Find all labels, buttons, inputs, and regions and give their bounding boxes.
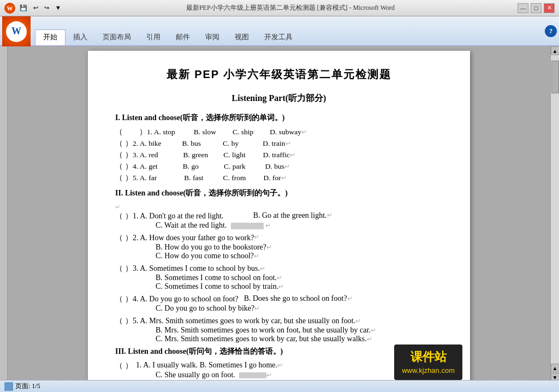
table-row: （）4. A. get B. go C. park D. bus ↵ bbox=[115, 162, 443, 171]
page-icon bbox=[4, 382, 13, 391]
office-logo[interactable]: W bbox=[2, 16, 31, 46]
section2-heading: II. Listen and choose(听音，选择你所听到的句子。) bbox=[115, 188, 443, 198]
scroll-thumb[interactable] bbox=[551, 61, 559, 93]
watermark-top: 课件站 bbox=[402, 349, 455, 366]
help-button[interactable]: ? bbox=[545, 25, 557, 37]
quick-save[interactable]: 💾 bbox=[17, 4, 29, 11]
tab-insert[interactable]: 插入 bbox=[66, 29, 95, 45]
sentence-row: B. Mrs. Smith sometimes goes to work on … bbox=[115, 326, 443, 335]
app-logo: W bbox=[4, 3, 15, 14]
tab-home[interactable]: 开始 bbox=[35, 29, 66, 45]
sentence-row: C. She usually go on foot. ↵ bbox=[115, 371, 443, 379]
tab-review[interactable]: 审阅 bbox=[198, 29, 227, 45]
scroll-page-up[interactable]: ▲ bbox=[551, 364, 560, 372]
document-page: 最新 PEP 小学六年级英语第二单元检测题 Listening Part(听力部… bbox=[88, 51, 470, 388]
sentence-row: C. Do you go to school by bike?↵ bbox=[115, 304, 443, 313]
page-indicator: 页面: 1/5 bbox=[4, 382, 40, 391]
table-row: （）5. A. far B. fast C. from D. for ↵ bbox=[115, 173, 443, 183]
sentence-row: C. Mrs. Smith sometimes goes to work by … bbox=[115, 335, 443, 343]
page-number: 页面: 1/5 bbox=[15, 382, 40, 391]
document-container[interactable]: 最新 PEP 小学六年级英语第二单元检测题 Listening Part(听力部… bbox=[8, 46, 550, 392]
section1-heading: I. Listen and choose(听音，选择你所听到的单词。) bbox=[115, 113, 443, 123]
close-button[interactable]: ✕ bbox=[544, 3, 555, 13]
sentence-row: B. Sometimes I come to school on foot.↵ bbox=[115, 274, 443, 282]
tab-mail[interactable]: 邮件 bbox=[168, 29, 198, 45]
table-row: （ ）3. A. Sometimes I come to school by b… bbox=[115, 264, 443, 274]
table-row: （）3. A. red B. green C. light D. traffic… bbox=[115, 150, 443, 160]
table-row: （ ） 1. A. I usually walk. B. Sometimes I… bbox=[115, 361, 443, 371]
table-row: （ ）2. A. How does your father go to work… bbox=[115, 233, 443, 243]
sentence-row: C. Sometimes I come to school by train.↵ bbox=[115, 282, 443, 291]
quick-dropdown[interactable]: ▼ bbox=[53, 4, 63, 11]
sentence-row: B. How do you go to the bookstore?↵ bbox=[115, 243, 443, 252]
section3-heading: III. Listen and choose(听问句，选择恰当的答语。) bbox=[115, 347, 443, 357]
quick-access[interactable]: 💾 ↩ ↪ ▼ bbox=[17, 4, 63, 11]
quick-redo[interactable]: ↪ bbox=[42, 4, 51, 11]
main-area: 最新 PEP 小学六年级英语第二单元检测题 Listening Part(听力部… bbox=[0, 46, 559, 392]
scrollbar-vertical[interactable]: ▲ ▲ ▼ ▼ bbox=[550, 46, 559, 392]
document-subtitle: Listening Part(听力部分) bbox=[115, 93, 443, 104]
title-bar-left: W 💾 ↩ ↪ ▼ bbox=[4, 3, 63, 14]
title-bar: W 💾 ↩ ↪ ▼ 最新PEP小学六年级上册英语第二单元检测题 [兼容模式] -… bbox=[0, 0, 559, 16]
scroll-track[interactable] bbox=[551, 55, 559, 364]
table-row: （ ）1. A. Don't go at the red light. B. G… bbox=[115, 211, 443, 221]
sentence-row: C. Wait at the red light. ↵ bbox=[115, 221, 443, 230]
window-controls[interactable]: — □ ✕ bbox=[518, 3, 555, 13]
tab-references[interactable]: 引用 bbox=[139, 29, 168, 45]
status-bar: 页面: 1/5 bbox=[0, 380, 559, 392]
minimize-button[interactable]: — bbox=[518, 3, 528, 13]
table-row: （ ）5. A. Mrs. Smith sometimes goes to wo… bbox=[115, 316, 443, 326]
ribbon-end: ? bbox=[545, 16, 557, 45]
ribbon: W 开始 插入 页面布局 引用 邮件 审阅 视图 开发工具 ? bbox=[0, 16, 559, 46]
watermark-url: www.kjzhan.com bbox=[402, 366, 455, 376]
sentence-row: C. How do you come to school?↵ bbox=[115, 252, 443, 260]
ribbon-tabs[interactable]: 开始 插入 页面布局 引用 邮件 审阅 视图 开发工具 bbox=[35, 16, 300, 45]
table-row: （ ）4. A. Do you go to school on foot? B.… bbox=[115, 294, 443, 304]
scroll-up-button[interactable]: ▲ bbox=[551, 46, 560, 55]
window-title: 最新PEP小学六年级上册英语第二单元检测题 [兼容模式] - Microsoft… bbox=[63, 3, 518, 13]
watermark: 课件站 www.kjzhan.com bbox=[394, 345, 462, 380]
section1-questions: （）1. A. stop B. slow C. ship D. subway ↵… bbox=[115, 127, 443, 183]
quick-undo[interactable]: ↩ bbox=[31, 4, 40, 11]
table-row: （）2. A. bike B. bus C. by D. train ↵ bbox=[115, 139, 443, 149]
tab-layout[interactable]: 页面布局 bbox=[95, 29, 139, 45]
left-ruler bbox=[0, 46, 8, 392]
document-title: 最新 PEP 小学六年级英语第二单元检测题 bbox=[115, 67, 443, 82]
maximize-button[interactable]: □ bbox=[531, 3, 542, 13]
tab-dev[interactable]: 开发工具 bbox=[257, 29, 300, 45]
table-row: （）1. A. stop B. slow C. ship D. subway ↵ bbox=[115, 127, 443, 137]
tab-view[interactable]: 视图 bbox=[227, 29, 257, 45]
